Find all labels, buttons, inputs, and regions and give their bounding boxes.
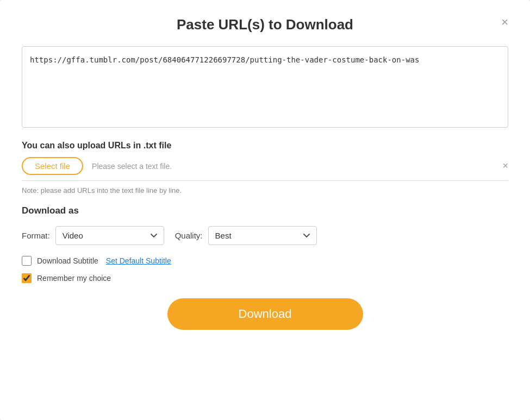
download-as-section: Download as Format: Video Audio Image Qu… bbox=[22, 205, 508, 283]
quality-group: Quality: Best High Medium Low bbox=[175, 226, 317, 245]
file-row: Select file Please select a text file. × bbox=[22, 157, 508, 175]
remember-checkbox[interactable] bbox=[22, 273, 32, 283]
note-text: Note: please add URLs into the text file… bbox=[22, 186, 508, 195]
remember-row: Remember my choice bbox=[22, 273, 508, 283]
dialog-header: Paste URL(s) to Download × bbox=[22, 16, 508, 33]
format-select-wrapper: Video Audio Image bbox=[55, 226, 164, 245]
set-default-subtitle-link[interactable]: Set Default Subtitle bbox=[106, 256, 171, 265]
divider bbox=[22, 180, 508, 181]
format-label: Format: bbox=[22, 231, 50, 240]
download-button[interactable]: Download bbox=[167, 298, 363, 330]
upload-label: You can also upload URLs in .txt file bbox=[22, 141, 508, 151]
file-clear-button[interactable]: × bbox=[502, 160, 508, 172]
download-as-label: Download as bbox=[22, 205, 508, 216]
url-input[interactable] bbox=[22, 46, 508, 128]
select-file-button[interactable]: Select file bbox=[22, 157, 83, 175]
quality-label: Quality: bbox=[175, 231, 203, 240]
upload-section: You can also upload URLs in .txt file Se… bbox=[22, 141, 508, 195]
quality-select[interactable]: Best High Medium Low bbox=[208, 226, 317, 245]
file-placeholder-text: Please select a text file. bbox=[92, 162, 494, 171]
options-section: Download Subtitle Set Default Subtitle R… bbox=[22, 256, 508, 283]
close-button[interactable]: × bbox=[501, 16, 508, 28]
remember-label[interactable]: Remember my choice bbox=[37, 274, 111, 283]
format-select[interactable]: Video Audio Image bbox=[55, 226, 164, 245]
format-group: Format: Video Audio Image bbox=[22, 226, 164, 245]
dialog-title: Paste URL(s) to Download bbox=[177, 16, 353, 33]
subtitle-checkbox[interactable] bbox=[22, 256, 32, 266]
paste-url-dialog: Paste URL(s) to Download × You can also … bbox=[0, 0, 530, 420]
quality-select-wrapper: Best High Medium Low bbox=[208, 226, 317, 245]
format-quality-row: Format: Video Audio Image Quality: Best … bbox=[22, 226, 508, 245]
subtitle-row: Download Subtitle Set Default Subtitle bbox=[22, 256, 508, 266]
subtitle-label[interactable]: Download Subtitle bbox=[37, 256, 98, 265]
